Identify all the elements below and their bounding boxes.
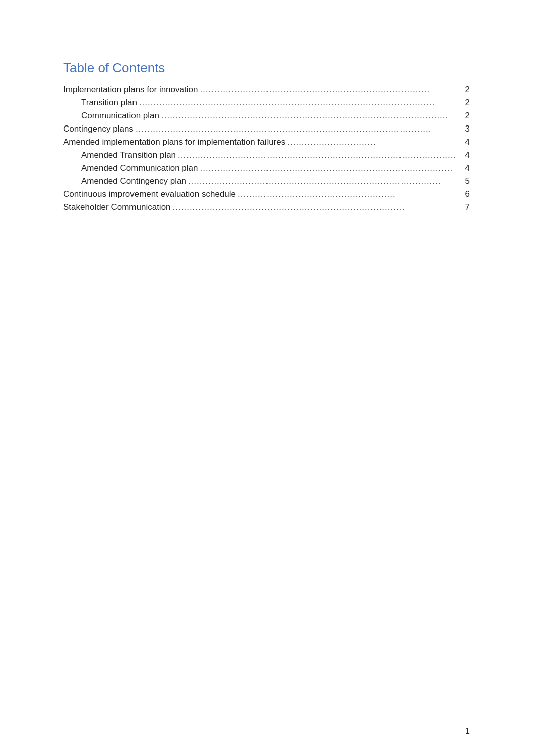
toc-entry-row: Stakeholder Communication...............…	[63, 202, 470, 214]
toc-entry-page: 2	[460, 85, 470, 95]
toc-entry-label: Continuous improvement evaluation schedu…	[63, 189, 236, 199]
page: Table of Contents Implementation plans f…	[0, 0, 533, 756]
toc-entry-label: Amended implementation plans for impleme…	[63, 137, 285, 147]
toc-entry-dots: ........................................…	[136, 124, 458, 135]
toc-entry-label: Amended Contingency plan	[63, 176, 186, 186]
toc-entry-label: Amended Transition plan	[63, 150, 176, 160]
toc-entry-row: Amended Communication plan..............…	[63, 163, 470, 175]
toc-entry-row: Implementation plans for innovation.....…	[63, 85, 470, 97]
toc-entry-page: 2	[460, 111, 470, 121]
toc-entry-label: Implementation plans for innovation	[63, 85, 198, 95]
toc-entry-label: Amended Communication plan	[63, 163, 198, 173]
page-number: 1	[465, 727, 470, 736]
toc-entry-row: Continuous improvement evaluation schedu…	[63, 189, 470, 201]
toc-entry-label: Communication plan	[63, 111, 159, 121]
toc-entry-row: Amended Transition plan.................…	[63, 150, 470, 162]
toc-heading: Table of Contents	[63, 60, 470, 76]
toc-entry-page: 7	[460, 202, 470, 212]
toc-list: Implementation plans for innovation.....…	[63, 85, 470, 214]
toc-entry-dots: ........................................…	[200, 163, 458, 174]
toc-entry-dots: ........................................…	[200, 85, 458, 95]
toc-entry-dots: ........................................…	[188, 176, 458, 187]
toc-entry-page: 3	[460, 124, 470, 134]
toc-entry-row: Amended Contingency plan................…	[63, 176, 470, 188]
toc-entry-page: 4	[460, 137, 470, 147]
toc-entry-dots: ........................................…	[238, 189, 458, 200]
toc-entry-page: 6	[460, 189, 470, 199]
toc-entry-dots: ........................................…	[178, 150, 458, 161]
toc-entry-page: 4	[460, 150, 470, 160]
toc-entry-page: 4	[460, 163, 470, 173]
toc-entry-row: Transition plan.........................…	[63, 98, 470, 110]
toc-entry-row: Amended implementation plans for impleme…	[63, 137, 470, 149]
toc-entry-page: 2	[460, 98, 470, 108]
toc-entry-label: Stakeholder Communication	[63, 202, 171, 212]
toc-entry-dots: ...............................	[287, 137, 458, 148]
toc-entry-dots: ........................................…	[161, 111, 458, 121]
toc-entry-dots: ........................................…	[139, 98, 458, 108]
toc-entry-page: 5	[460, 176, 470, 186]
toc-entry-label: Transition plan	[63, 98, 137, 108]
toc-entry-row: Contingency plans.......................…	[63, 124, 470, 136]
toc-entry-dots: ........................................…	[173, 202, 458, 213]
toc-entry-row: Communication plan......................…	[63, 111, 470, 123]
toc-entry-label: Contingency plans	[63, 124, 134, 134]
